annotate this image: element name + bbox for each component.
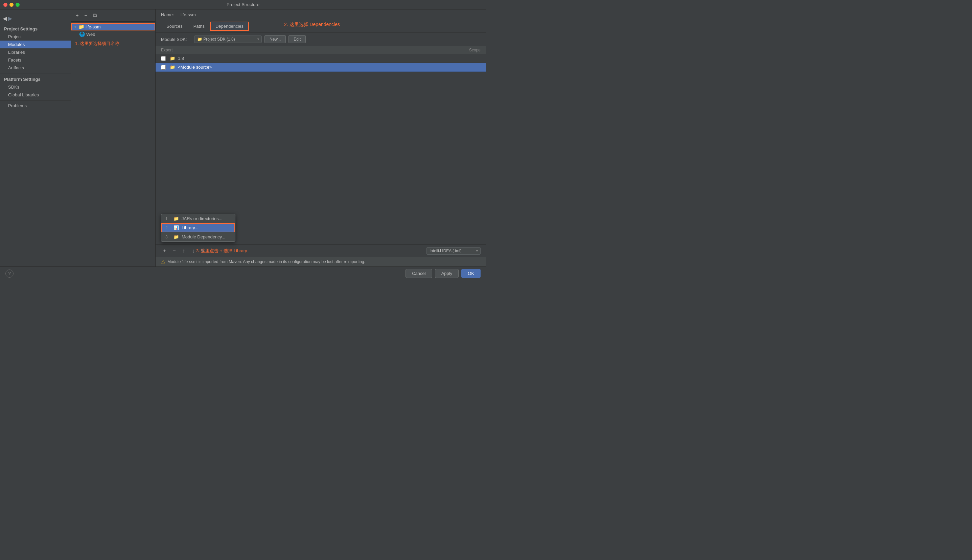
bottom-bar: ? Cancel Apply OK xyxy=(0,267,486,280)
intellij-idea-select[interactable]: IntelliJ IDEA (.iml) xyxy=(427,247,480,255)
dep-row-module-source[interactable]: 📁 <Module source> xyxy=(155,63,486,72)
platform-settings-heading: Platform Settings xyxy=(0,75,71,83)
warning-text: Module 'life-ssm' is imported from Maven… xyxy=(167,259,365,264)
tab-dependencies[interactable]: Dependencies xyxy=(210,22,249,31)
window-controls xyxy=(3,3,20,7)
tree-item-web-label: Web xyxy=(86,32,95,37)
annotation-step1: 1. 这里要选择项目名称 xyxy=(71,38,155,49)
ok-button[interactable]: OK xyxy=(461,269,480,278)
add-module-button[interactable]: + xyxy=(74,13,80,18)
nav-row: ◀ ▶ xyxy=(0,12,71,24)
intellij-select-wrap: IntelliJ IDEA (.iml) xyxy=(427,247,480,255)
dep-checkbox-module-source[interactable] xyxy=(161,65,166,70)
dropdown-item-module-dep[interactable]: 3 📁 Module Dependency... xyxy=(161,232,235,242)
sdk-row: Module SDK: 📁 Project SDK (1.8) New... E… xyxy=(155,32,486,46)
sidebar-item-sdks[interactable]: SDKs xyxy=(0,83,71,91)
sidebar-item-libraries[interactable]: Libraries xyxy=(0,48,71,56)
back-arrow[interactable]: ◀ xyxy=(3,15,7,22)
sdk-select[interactable]: 📁 Project SDK (1.8) xyxy=(194,35,262,43)
tree-item-life-ssm[interactable]: ▼ 📁 life-ssm xyxy=(71,23,155,30)
deps-toolbar: + − ↑ ↓ ✎ 3. 这里点击 + 选择 Library IntelliJ … xyxy=(155,245,486,257)
scope-header: Scope xyxy=(447,48,480,52)
window-title: Project Structure xyxy=(227,2,259,7)
apply-button[interactable]: Apply xyxy=(435,269,459,278)
deps-header: Export Scope xyxy=(155,46,486,54)
dep-checkbox-jdk[interactable] xyxy=(161,56,166,61)
tabs-row: Sources Paths Dependencies 2. 这里选择 Depen… xyxy=(155,20,486,32)
dropdown-item-jars[interactable]: 1 📁 JARs or directories... xyxy=(161,214,235,223)
annotation-step3: 3. 这里点击 + 选择 Library xyxy=(196,248,247,254)
jar-label: JARs or directories... xyxy=(182,216,223,221)
add-dep-button[interactable]: + xyxy=(161,247,168,255)
dep-row-jdk[interactable]: 📁 1.8 xyxy=(155,54,486,63)
module-folder-icon: 📁 xyxy=(78,24,84,29)
tab-paths[interactable]: Paths xyxy=(188,22,210,31)
dropdown-popup: 1 📁 JARs or directories... 2 📊 Library..… xyxy=(161,214,235,242)
sidebar-item-artifacts[interactable]: Artifacts xyxy=(0,64,71,72)
intellij-select-container: IntelliJ IDEA (.iml) xyxy=(427,247,480,255)
sidebar-item-modules[interactable]: Modules xyxy=(0,41,71,48)
module-toolbar: + − ⧉ xyxy=(71,10,155,22)
toolbar-area: 1 📁 JARs or directories... 2 📊 Library..… xyxy=(155,245,486,257)
dropdown-item-library[interactable]: 2 📊 Library... xyxy=(161,223,235,232)
name-value: life-ssm xyxy=(181,12,196,17)
sidebar-separator-2 xyxy=(0,100,71,100)
sidebar-item-facets[interactable]: Facets xyxy=(0,56,71,64)
module-tree: ▼ 📁 life-ssm 🌐 Web 1. 这里要选择项目名称 xyxy=(71,22,155,267)
sdk-label: Module SDK: xyxy=(161,37,192,42)
dep-folder-icon-jdk: 📁 xyxy=(170,56,175,61)
name-row: Name: life-ssm xyxy=(155,10,486,20)
remove-module-button[interactable]: − xyxy=(83,13,89,18)
name-header xyxy=(188,48,447,52)
titlebar: Project Structure xyxy=(0,0,486,10)
dep-folder-icon-source: 📁 xyxy=(170,65,175,70)
tree-item-web[interactable]: 🌐 Web xyxy=(71,30,155,38)
dep-name-jdk: 1.8 xyxy=(178,56,451,61)
lib-label: Library... xyxy=(182,225,198,230)
export-header: Export xyxy=(161,48,188,52)
dep-name-source: <Module source> xyxy=(178,65,451,70)
action-buttons: Cancel Apply OK xyxy=(405,269,480,278)
copy-module-button[interactable]: ⧉ xyxy=(91,13,98,18)
warning-icon: ⚠ xyxy=(161,259,165,265)
warning-bar: ⚠ Module 'life-ssm' is imported from Mav… xyxy=(155,257,486,267)
item-num-2: 2 xyxy=(165,225,171,230)
sdk-select-wrap: 📁 Project SDK (1.8) xyxy=(194,35,262,43)
mod-dep-icon: 📁 xyxy=(173,234,179,239)
close-button[interactable] xyxy=(3,3,7,7)
sidebar-item-problems[interactable]: Problems xyxy=(0,102,71,110)
lib-icon: 📊 xyxy=(173,225,179,230)
item-num-1: 1 xyxy=(165,217,171,221)
remove-dep-button[interactable]: − xyxy=(170,247,178,255)
item-num-3: 3 xyxy=(165,235,171,239)
help-button[interactable]: ? xyxy=(5,270,13,278)
main-container: ◀ ▶ Project Settings Project Modules Lib… xyxy=(0,10,486,267)
project-settings-heading: Project Settings xyxy=(0,24,71,33)
sidebar-item-global-libraries[interactable]: Global Libraries xyxy=(0,91,71,99)
cancel-button[interactable]: Cancel xyxy=(405,269,432,278)
name-label: Name: xyxy=(161,12,178,17)
annotation-step2: 2. 这里选择 Dependencies xyxy=(284,22,340,28)
sidebar-separator xyxy=(0,73,71,73)
jar-icon: 📁 xyxy=(173,216,179,221)
forward-arrow[interactable]: ▶ xyxy=(8,15,12,22)
tab-sources[interactable]: Sources xyxy=(161,22,188,31)
tree-item-label: life-ssm xyxy=(85,24,101,29)
web-icon: 🌐 xyxy=(79,32,85,37)
mod-dep-label: Module Dependency... xyxy=(182,234,225,239)
maximize-button[interactable] xyxy=(15,3,20,7)
sidebar-item-project[interactable]: Project xyxy=(0,33,71,41)
new-sdk-button[interactable]: New... xyxy=(265,35,286,43)
move-up-button[interactable]: ↑ xyxy=(180,247,187,255)
content-panel: Name: life-ssm Sources Paths Dependencie… xyxy=(155,10,486,267)
tree-arrow-icon: ▼ xyxy=(74,25,77,29)
edit-sdk-button[interactable]: Edit xyxy=(288,35,306,43)
sidebar: ◀ ▶ Project Settings Project Modules Lib… xyxy=(0,10,71,267)
minimize-button[interactable] xyxy=(10,3,13,7)
move-down-button[interactable]: ↓ xyxy=(189,247,197,255)
module-panel: + − ⧉ ▼ 📁 life-ssm 🌐 Web 1. 这里要选择项目名称 xyxy=(71,10,155,267)
